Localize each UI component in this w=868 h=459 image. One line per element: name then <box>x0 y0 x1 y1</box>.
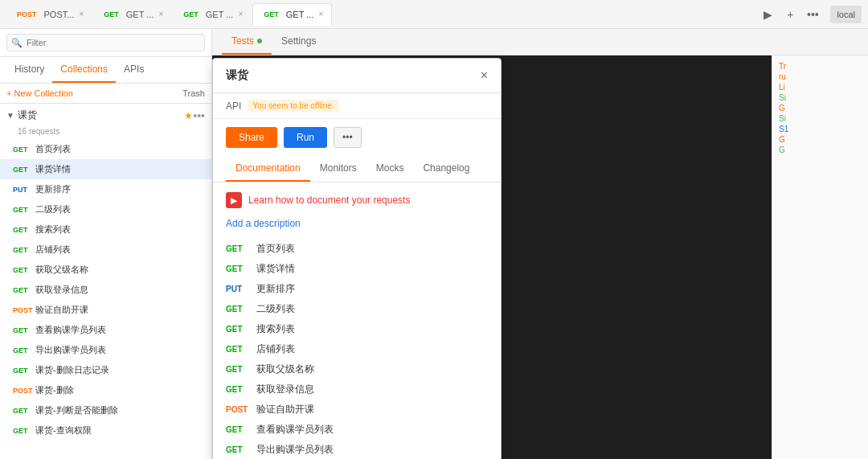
new-collection-button[interactable]: + New Collection <box>6 88 73 98</box>
doc-method-get: GET <box>226 305 250 314</box>
request-item-验证自助开课[interactable]: POST 验证自助开课 <box>0 300 211 320</box>
request-item-店铺列表[interactable]: GET 店铺列表 <box>0 240 211 260</box>
request-item-导出购课学员列表[interactable]: GET 导出购课学员列表 <box>0 340 211 360</box>
doc-request-二级列表[interactable]: GET 二级列表 <box>226 299 488 319</box>
request-item-查看购课学员列表[interactable]: GET 查看购课学员列表 <box>0 320 211 340</box>
tab-close-get3[interactable]: × <box>318 10 323 18</box>
method-badge-post: POST <box>14 10 39 19</box>
environment-label[interactable]: local <box>830 6 862 23</box>
collection-star-icon[interactable]: ★ <box>184 110 193 121</box>
run-tab-button[interactable]: ▶ <box>758 5 777 24</box>
request-name: 获取父级名称 <box>35 264 88 276</box>
method-get: GET <box>13 407 35 415</box>
tab-get1[interactable]: GET GET ... × <box>93 3 171 26</box>
add-description-link[interactable]: Add a description <box>226 218 488 229</box>
doc-request-查看购课学员列表[interactable]: GET 查看购课学员列表 <box>226 420 488 440</box>
request-item-课货查询权限[interactable]: GET 课货-查询权限 <box>0 420 211 441</box>
tab-label-post: POST... <box>44 10 75 19</box>
doc-request-店铺列表[interactable]: GET 店铺列表 <box>226 339 488 359</box>
method-badge-get2: GET <box>181 10 201 19</box>
doc-request-首页列表[interactable]: GET 首页列表 <box>226 239 488 259</box>
doc-method-get: GET <box>226 385 250 394</box>
method-get: GET <box>13 226 35 234</box>
tab-close-get2[interactable]: × <box>238 10 243 18</box>
request-item-课货删除[interactable]: POST 课货-删除 <box>0 380 211 400</box>
sidebar-tab-history[interactable]: History <box>6 57 52 83</box>
sidebar-tabs: History Collections APIs <box>0 57 211 84</box>
add-tab-button[interactable]: + <box>780 5 800 24</box>
doc-request-获取父级名称[interactable]: GET 获取父级名称 <box>226 359 488 379</box>
method-post: POST <box>13 387 35 395</box>
doc-method-get: GET <box>226 264 250 273</box>
doc-name: 二级列表 <box>256 302 295 316</box>
tests-dot <box>257 39 262 43</box>
request-item-获取父级名称[interactable]: GET 获取父级名称 <box>0 260 211 280</box>
request-item-搜索列表[interactable]: GET 搜索列表 <box>0 219 211 240</box>
collection-header[interactable]: ▼ 课货 ★ ••• <box>0 104 211 127</box>
tab-close-post[interactable]: × <box>79 10 84 18</box>
more-button[interactable]: ••• <box>334 127 362 148</box>
doc-request-更新排序[interactable]: PUT 更新排序 <box>226 279 488 299</box>
modal-tab-monitors[interactable]: Monitors <box>310 156 366 182</box>
request-name: 店铺列表 <box>35 244 71 256</box>
doc-request-课货详情[interactable]: GET 课货详情 <box>226 259 488 279</box>
search-input[interactable] <box>6 34 205 51</box>
request-name: 导出购课学员列表 <box>35 344 106 356</box>
share-button[interactable]: Share <box>226 127 277 148</box>
doc-request-验证自助开课[interactable]: POST 验证自助开课 <box>226 400 488 420</box>
tab-close-get1[interactable]: × <box>158 10 163 18</box>
request-item-首页列表[interactable]: GET 首页列表 <box>0 139 211 159</box>
tab-post[interactable]: POST POST... × <box>6 3 92 26</box>
method-badge-get1: GET <box>101 10 121 19</box>
sidebar: 🔍 History Collections APIs + New Collect… <box>0 29 212 459</box>
doc-request-获取登录信息[interactable]: GET 获取登录信息 <box>226 379 488 400</box>
sidebar-tab-apis[interactable]: APIs <box>116 57 152 83</box>
top-tab-bar: POST POST... × GET GET ... × GET GET ...… <box>0 0 868 29</box>
sidebar-tab-collections[interactable]: Collections <box>52 57 116 83</box>
sidebar-item-si1: Si <box>779 93 862 102</box>
tab-settings[interactable]: Settings <box>272 29 326 55</box>
modal-close-button[interactable]: × <box>481 68 488 83</box>
request-item-二级列表[interactable]: GET 二级列表 <box>0 199 211 219</box>
modal-api-row: API You seem to be offline. <box>213 93 501 119</box>
doc-name: 店铺列表 <box>256 342 295 356</box>
learn-link[interactable]: ▶ Learn how to document your requests <box>226 192 488 208</box>
modal-tab-changelog[interactable]: Changelog <box>413 156 479 182</box>
more-tabs-button[interactable]: ••• <box>803 5 822 24</box>
run-button[interactable]: Run <box>284 127 327 148</box>
doc-method-get: GET <box>226 244 250 253</box>
tab-get3[interactable]: GET GET ... × <box>252 3 332 26</box>
modal-tab-documentation[interactable]: Documentation <box>226 156 310 182</box>
collection-list: ▼ 课货 ★ ••• 16 requests GET 首页列表 GET 课货详情… <box>0 104 211 459</box>
main-layout: 🔍 History Collections APIs + New Collect… <box>0 29 868 459</box>
request-name: 首页列表 <box>35 143 71 155</box>
request-item-更新排序[interactable]: PUT 更新排序 <box>0 179 211 199</box>
collection-toggle-icon[interactable]: ▼ <box>6 111 14 120</box>
modal-tab-mocks[interactable]: Mocks <box>366 156 414 182</box>
modal-title: 课货 <box>226 68 248 83</box>
doc-name: 查看购课学员列表 <box>256 423 334 436</box>
request-name: 验证自助开课 <box>35 304 88 316</box>
doc-method-get: GET <box>226 445 250 454</box>
method-get: GET <box>13 145 35 154</box>
request-item-获取登录信息[interactable]: GET 获取登录信息 <box>0 280 211 300</box>
doc-request-搜索列表[interactable]: GET 搜索列表 <box>226 319 488 339</box>
request-name: 课货-判断是否能删除 <box>35 404 118 416</box>
request-item-课货删除日志记录[interactable]: GET 课货-删除日志记录 <box>0 360 211 380</box>
tab-tests[interactable]: Tests <box>222 29 272 55</box>
method-get: GET <box>13 346 35 354</box>
request-item-课货判断[interactable]: GET 课货-判断是否能删除 <box>0 400 211 420</box>
search-wrap: 🔍 <box>6 34 205 51</box>
modal-header: 课货 × <box>213 59 501 93</box>
trash-button[interactable]: Trash <box>182 88 205 98</box>
collection-info: ▼ 课货 ★ ••• 16 requests <box>0 104 211 139</box>
request-item-课货详情[interactable]: GET 课货详情 <box>0 159 211 179</box>
tab-get2[interactable]: GET GET ... × <box>173 3 251 26</box>
doc-method-get: GET <box>226 325 250 334</box>
doc-name: 更新排序 <box>256 282 295 296</box>
collection-more-icon[interactable]: ••• <box>193 109 205 122</box>
doc-request-导出购课学员列表[interactable]: GET 导出购课学员列表 <box>226 440 488 459</box>
learn-text: Learn how to document your requests <box>248 195 410 206</box>
request-name: 课货-删除日志记录 <box>35 364 109 376</box>
doc-method-get: GET <box>226 425 250 434</box>
